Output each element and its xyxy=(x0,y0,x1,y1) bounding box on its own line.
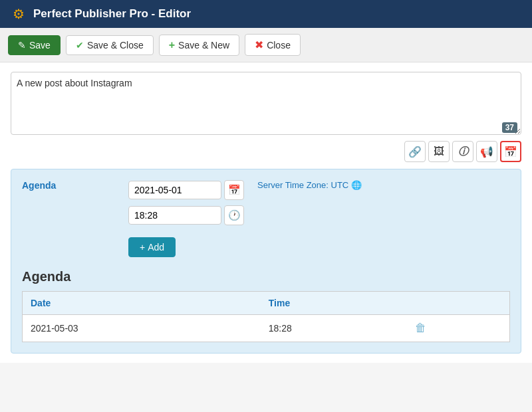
time-input[interactable] xyxy=(128,206,221,225)
save-button[interactable]: ✎ Save xyxy=(8,35,61,55)
save-icon: ✎ xyxy=(18,40,26,51)
server-timezone: Server Time Zone: UTC 🌐 xyxy=(257,180,362,190)
agenda-table-section: Agenda Date Time 2021-05-03 18:28 🗑 xyxy=(22,269,510,342)
date-column-header: Date xyxy=(23,292,261,315)
save-new-button[interactable]: + Save & New xyxy=(159,35,239,56)
post-textarea[interactable]: A new post about Instagram xyxy=(11,72,521,135)
textarea-wrapper: A new post about Instagram 37 xyxy=(11,72,521,137)
save-close-button[interactable]: ✔ Save & Close xyxy=(66,35,154,55)
globe-icon: 🌐 xyxy=(351,180,362,190)
link-icon-button[interactable]: 🔗 xyxy=(404,141,426,162)
date-input-row: 📅 xyxy=(128,180,244,200)
table-header-row: Date Time xyxy=(23,292,510,315)
table-row: 2021-05-03 18:28 🗑 xyxy=(23,315,510,342)
check-icon: ✔ xyxy=(76,40,84,51)
agenda-inputs: 📅 🕐 xyxy=(128,180,244,231)
row-date: 2021-05-03 xyxy=(23,315,261,342)
app-title: Perfect Publisher Pro - Editor xyxy=(33,7,191,21)
row-actions: 🗑 xyxy=(407,315,510,342)
agenda-section: Agenda 📅 🕐 Server Time Zone: UTC 🌐 + Ad xyxy=(11,169,521,354)
image-icon-button[interactable]: 🖼 xyxy=(428,141,450,162)
x-icon: ✖ xyxy=(255,39,263,51)
clock-icon[interactable]: 🕐 xyxy=(224,205,244,225)
info-icon: ⓘ xyxy=(458,146,468,158)
info-icon-button[interactable]: ⓘ xyxy=(452,141,473,162)
date-input[interactable] xyxy=(128,181,221,199)
close-button[interactable]: ✖ Close xyxy=(245,34,301,56)
toolbar: ✎ Save ✔ Save & Close + Save & New ✖ Clo… xyxy=(0,28,532,62)
calendar-icon-button[interactable]: 📅 xyxy=(500,141,521,162)
char-count: 37 xyxy=(502,122,517,133)
app-icon: ⚙ xyxy=(11,6,27,22)
agenda-label: Agenda xyxy=(22,180,128,191)
save-label: Save xyxy=(29,40,51,51)
plus-add-icon: + xyxy=(140,242,145,253)
delete-icon[interactable]: 🗑 xyxy=(415,322,426,334)
calendar-icon: 📅 xyxy=(504,146,517,158)
close-label: Close xyxy=(267,40,291,51)
link-icon: 🔗 xyxy=(408,146,422,158)
calendar-date-icon[interactable]: 📅 xyxy=(224,180,244,200)
actions-column-header xyxy=(407,292,510,315)
save-new-label: Save & New xyxy=(178,40,229,51)
icon-toolbar: 🔗 🖼 ⓘ 📢 📅 xyxy=(11,141,521,162)
title-bar: ⚙ Perfect Publisher Pro - Editor xyxy=(0,0,532,28)
megaphone-icon: 📢 xyxy=(480,146,493,158)
save-close-label: Save & Close xyxy=(87,40,144,51)
image-icon: 🖼 xyxy=(434,146,444,157)
add-row: + Add xyxy=(128,237,510,257)
add-button-label: Add xyxy=(148,242,164,253)
agenda-date-row: Agenda 📅 🕐 Server Time Zone: UTC 🌐 xyxy=(22,180,510,231)
agenda-heading: Agenda xyxy=(22,269,510,284)
megaphone-icon-button[interactable]: 📢 xyxy=(476,141,497,162)
time-column-header: Time xyxy=(261,292,407,315)
add-button[interactable]: + Add xyxy=(128,237,176,257)
plus-icon: + xyxy=(169,39,175,51)
main-content: A new post about Instagram 37 🔗 🖼 ⓘ 📢 📅 … xyxy=(0,62,532,363)
agenda-table: Date Time 2021-05-03 18:28 🗑 xyxy=(22,291,510,342)
row-time: 18:28 xyxy=(261,315,407,342)
time-input-row: 🕐 xyxy=(128,205,244,225)
